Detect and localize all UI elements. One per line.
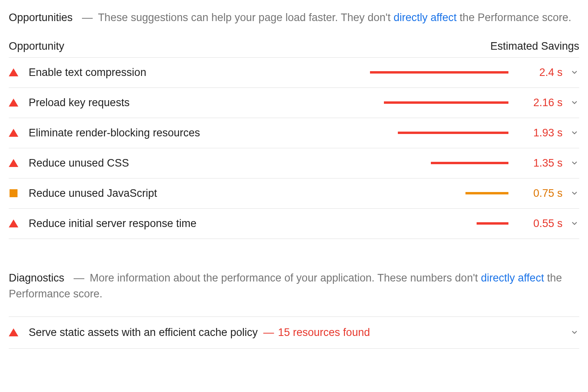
opportunity-row[interactable]: Reduce unused CSS1.35 s: [9, 148, 579, 179]
diagnostics-list: Serve static assets with an efficient ca…: [9, 317, 579, 349]
directly-affect-link[interactable]: directly affect: [481, 272, 544, 284]
column-estimated-savings: Estimated Savings: [490, 40, 579, 52]
column-opportunity: Opportunity: [9, 40, 64, 52]
dash-separator: —: [82, 12, 93, 23]
diagnostic-title: Serve static assets with an efficient ca…: [29, 326, 258, 339]
opportunity-row[interactable]: Enable text compression2.4 s: [9, 58, 579, 88]
opportunities-header: Opportunities — These suggestions can he…: [9, 10, 579, 26]
chevron-down-icon[interactable]: [570, 328, 579, 336]
diagnostic-separator: —: [263, 326, 274, 339]
opportunity-title: Enable text compression: [29, 66, 146, 79]
diagnostics-title: Diagnostics: [9, 272, 64, 284]
opportunity-title: Preload key requests: [29, 97, 130, 109]
opportunity-title: Reduce unused JavaScript: [29, 187, 157, 200]
opportunities-columns-header: Opportunity Estimated Savings: [9, 40, 579, 58]
opportunities-title: Opportunities: [9, 12, 73, 23]
savings-value: 0.75 s: [520, 187, 563, 200]
triangle-fail-icon: [9, 128, 18, 138]
diagnostic-detail: 15 resources found: [278, 326, 370, 339]
chevron-down-icon[interactable]: [570, 189, 579, 197]
savings-bar: [370, 132, 508, 134]
savings-bar: [370, 162, 508, 164]
opportunity-title: Reduce unused CSS: [29, 157, 129, 169]
diagnostics-description-prefix: More information about the performance o…: [90, 272, 481, 284]
opportunity-row[interactable]: Reduce initial server response time0.55 …: [9, 209, 579, 239]
opportunity-title: Reduce initial server response time: [29, 217, 197, 230]
opportunity-row[interactable]: Reduce unused JavaScript0.75 s: [9, 179, 579, 209]
savings-value: 0.55 s: [520, 217, 563, 230]
chevron-down-icon[interactable]: [570, 129, 579, 137]
savings-value: 1.93 s: [520, 127, 563, 139]
triangle-fail-icon: [9, 158, 18, 168]
diagnostics-header: Diagnostics — More information about the…: [9, 270, 579, 302]
opportunities-description-prefix: These suggestions can help your page loa…: [98, 12, 393, 23]
opportunities-description-suffix: the Performance score.: [457, 12, 571, 23]
square-average-icon: [9, 188, 18, 198]
opportunity-title: Eliminate render-blocking resources: [29, 127, 200, 139]
chevron-down-icon[interactable]: [570, 68, 579, 76]
chevron-down-icon[interactable]: [570, 219, 579, 227]
triangle-fail-icon: [9, 328, 18, 337]
chevron-down-icon[interactable]: [570, 99, 579, 107]
opportunities-list: Enable text compression2.4 sPreload key …: [9, 58, 579, 239]
savings-bar: [370, 192, 508, 194]
savings-value: 2.4 s: [520, 66, 563, 79]
triangle-fail-icon: [9, 68, 18, 77]
diagnostic-row[interactable]: Serve static assets with an efficient ca…: [9, 317, 579, 349]
savings-value: 1.35 s: [520, 157, 563, 169]
directly-affect-link[interactable]: directly affect: [393, 12, 457, 23]
savings-bar: [370, 71, 508, 74]
savings-bar: [370, 222, 508, 225]
savings-bar: [370, 101, 508, 104]
opportunity-row[interactable]: Eliminate render-blocking resources1.93 …: [9, 118, 579, 148]
dash-separator: —: [74, 272, 84, 284]
chevron-down-icon[interactable]: [570, 159, 579, 167]
opportunity-row[interactable]: Preload key requests2.16 s: [9, 88, 579, 118]
savings-value: 2.16 s: [520, 97, 563, 109]
triangle-fail-icon: [9, 219, 18, 228]
triangle-fail-icon: [9, 98, 18, 107]
